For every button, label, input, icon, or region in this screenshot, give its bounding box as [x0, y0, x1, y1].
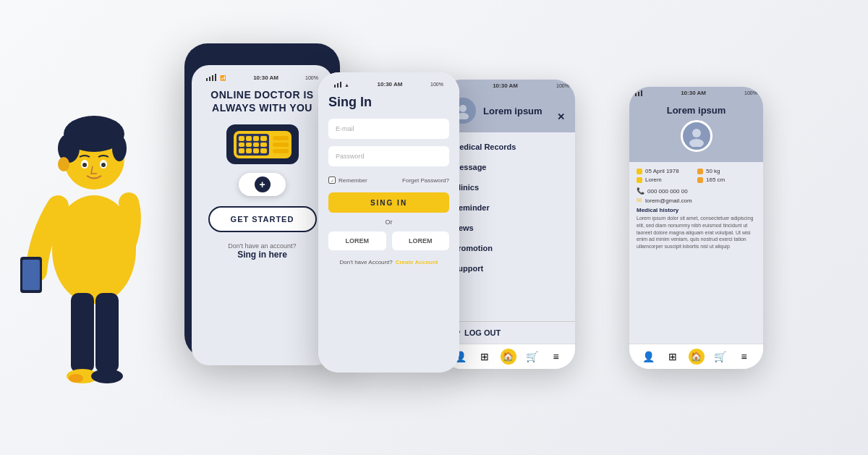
svg-point-17 [459, 105, 467, 112]
menu-username: Lorem ipsum [483, 106, 542, 116]
email-icon: ✉ [637, 197, 642, 204]
menu-item-medical-records[interactable]: Medical Records [441, 137, 575, 157]
battery-signin: 100% [430, 82, 443, 87]
info-dob: 05 April 1978 [637, 168, 695, 174]
remember-checkbox[interactable]: ✓ [328, 177, 336, 184]
weight-value: 50 kg [706, 168, 720, 174]
phone-icon: 📞 [637, 187, 644, 195]
social-row: LOREM LOREM [328, 231, 449, 250]
svg-point-8 [101, 163, 106, 167]
plus-circle-icon: + [255, 177, 271, 192]
profile-header: Lorem ipsum [629, 98, 763, 162]
nav-grid-icon[interactable]: ⊞ [477, 349, 493, 365]
phone-profile-bottom-nav: 👤 ⊞ 🏠 🛒 ≡ [629, 344, 763, 369]
phone-main-screen: 📶 10:30 AM 100% ONLINE DOCTOR IS ALWAYS … [192, 65, 333, 365]
nav-menu-icon[interactable]: ≡ [548, 349, 564, 365]
signin-title: Sing In [328, 95, 449, 110]
phone-signin: ▲ 10:30 AM 100% Sing In E-mail Password … [318, 72, 459, 373]
svg-point-7 [82, 163, 87, 167]
phone-contact: 📞 000 000 000 00 [637, 187, 756, 195]
dob-value: 05 April 1978 [645, 168, 679, 174]
profile-name: Lorem ipsum [667, 105, 726, 116]
password-field[interactable]: Password [328, 146, 449, 166]
email-field[interactable]: E-mail [328, 119, 449, 139]
signin-button[interactable]: SING IN [328, 192, 449, 213]
create-account-row: Don't have Account? Create Account [328, 259, 449, 265]
info-height: 165 cm [697, 177, 756, 183]
city-value: Lorem [645, 177, 662, 183]
signin-link[interactable]: Sing in here [237, 250, 287, 260]
social-btn-1[interactable]: LOREM [328, 231, 386, 250]
nav-home-profile-icon[interactable]: 🏠 [689, 349, 705, 365]
nav-menu-profile-icon[interactable]: ≡ [736, 349, 752, 365]
menu-item-news[interactable]: News [441, 218, 575, 238]
menu-item-message[interactable]: Message [441, 157, 575, 177]
battery-profile: 100% [744, 90, 757, 95]
battery-main: 100% [305, 75, 318, 80]
phone-profile-screen: 10:30 AM 100% Lorem ipsum 05 April 1978 [629, 87, 763, 369]
svg-point-4 [112, 135, 127, 161]
phone-value: 000 000 000 00 [647, 188, 688, 195]
menu-items: Medical Records Message Clinics Reminder… [441, 132, 575, 321]
info-city: Lorem [637, 177, 695, 183]
phone-menu-bottom-nav: 👤 ⊞ 🏠 🛒 ≡ [441, 344, 575, 369]
plus-button[interactable]: + [239, 173, 286, 196]
phone-main-title: ONLINE DOCTOR IS ALWAYS WITH YOU [200, 88, 324, 114]
status-bar-profile: 10:30 AM 100% [629, 87, 763, 98]
time-signin: 10:30 AM [378, 81, 403, 88]
remember-label: Remember [339, 177, 367, 184]
menu-item-support[interactable]: Support [441, 258, 575, 278]
forget-password-link[interactable]: Forget Password? [402, 177, 449, 184]
password-placeholder: Password [336, 153, 365, 160]
medical-history-title: Medical history [637, 207, 756, 213]
remember-left: ✓ Remember [328, 177, 367, 184]
dot-height [697, 177, 703, 183]
phone-profile: 10:30 AM 100% Lorem ipsum 05 April 1978 [629, 87, 763, 369]
email-contact: ✉ lorem@gmail.com [637, 197, 756, 204]
svg-rect-11 [22, 260, 40, 290]
pill-inner [234, 131, 292, 158]
no-account-label: Don't have Account? [340, 259, 393, 265]
nav-home-icon[interactable]: 🏠 [501, 349, 516, 365]
menu-item-clinics[interactable]: Clinics [441, 177, 575, 197]
dot-weight [697, 169, 703, 174]
pill-icon [226, 124, 299, 164]
or-text: Or [328, 218, 449, 226]
svg-point-19 [692, 129, 701, 137]
info-weight: 50 kg [697, 168, 756, 174]
svg-point-15 [91, 369, 123, 383]
status-bar-main: 📶 10:30 AM 100% [200, 71, 324, 82]
logout-label: LOG OUT [464, 328, 501, 337]
svg-point-20 [689, 139, 704, 147]
battery-menu: 100% [556, 83, 569, 88]
logout-section[interactable]: ↩ LOG OUT [441, 321, 575, 344]
get-started-button[interactable]: GET STARTED [208, 206, 317, 232]
profile-info-grid: 05 April 1978 50 kg Lorem 165 cm [637, 168, 756, 183]
svg-rect-13 [95, 293, 119, 373]
profile-body: 05 April 1978 50 kg Lorem 165 cm [629, 162, 763, 344]
menu-header: Lorem ipsum ✕ [441, 90, 575, 132]
signal-main: 📶 [206, 74, 226, 81]
nav-person-profile-icon[interactable]: 👤 [641, 349, 657, 365]
nav-cart-icon[interactable]: 🛒 [524, 349, 540, 365]
social-btn-2[interactable]: LOREM [392, 231, 450, 250]
svg-rect-12 [71, 293, 94, 373]
svg-point-16 [69, 374, 83, 383]
pill-strip [237, 134, 269, 156]
menu-item-promotion[interactable]: Promotion [441, 238, 575, 258]
email-value: lorem@gmail.com [645, 197, 692, 204]
scene: 📶 10:30 AM 100% ONLINE DOCTOR IS ALWAYS … [0, 0, 868, 455]
close-icon[interactable]: ✕ [557, 111, 565, 122]
profile-avatar [681, 120, 712, 152]
phone-menu-screen: 10:30 AM 100% Lorem ipsum ✕ Medical Reco… [441, 80, 575, 369]
nav-cart-profile-icon[interactable]: 🛒 [712, 349, 728, 365]
nav-grid-profile-icon[interactable]: ⊞ [665, 349, 681, 365]
phone-main: 📶 10:30 AM 100% ONLINE DOCTOR IS ALWAYS … [184, 43, 340, 358]
dot-city [637, 177, 642, 183]
time-menu: 10:30 AM [493, 82, 518, 89]
svg-point-9 [58, 157, 69, 171]
email-placeholder: E-mail [336, 125, 354, 132]
menu-item-reminder[interactable]: Reminder [441, 197, 575, 218]
create-account-link[interactable]: Create Account [396, 259, 438, 265]
character-illustration [14, 47, 174, 448]
